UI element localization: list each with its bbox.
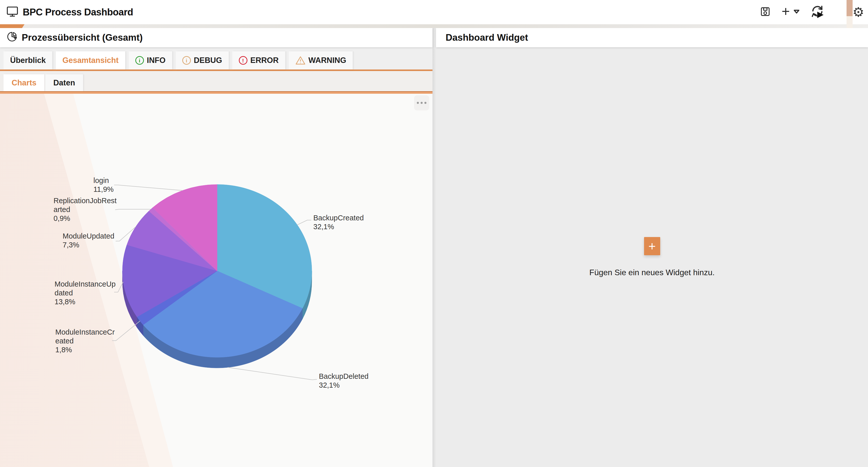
add-dropdown-caret[interactable]: [793, 9, 800, 15]
info-circle-icon: i: [182, 56, 191, 65]
sync-run-icon: [810, 5, 825, 19]
right-panel-header: Dashboard Widget: [436, 28, 868, 47]
caret-down-icon: [793, 9, 800, 15]
tab-debug[interactable]: i DEBUG: [176, 51, 229, 69]
tab-label: ERROR: [250, 56, 279, 65]
dashboard-widget-panel: Dashboard Widget + Fügen Sie ein neues W…: [436, 28, 868, 467]
subtab-charts[interactable]: Charts: [3, 74, 44, 91]
tab-error[interactable]: ! ERROR: [232, 51, 285, 69]
strip-accent: [0, 24, 25, 28]
pie-slice-label-ModuleUpdated: ModuleUpdated 7,3%: [63, 232, 114, 250]
subtab-underline: [0, 91, 433, 94]
pie-slice-label-ReplicationJobRestarted: ReplicationJobRest arted 0,9%: [54, 196, 117, 223]
app-title: BPC Process Dashboard: [23, 7, 133, 18]
save-button[interactable]: [760, 6, 771, 18]
panel-splitter[interactable]: [433, 28, 436, 467]
monitor-icon: [6, 6, 18, 18]
view-subtabbar: Charts Daten: [0, 71, 433, 91]
warning-triangle-icon: [296, 56, 306, 65]
info-circle-icon: i: [135, 56, 144, 65]
tab-label: INFO: [147, 56, 166, 65]
pie-label-line: [115, 209, 151, 210]
tab-label: Überblick: [10, 56, 46, 65]
pie-label-line: [228, 368, 317, 380]
error-circle-icon: !: [239, 56, 247, 65]
widget-empty-state: + Fügen Sie ein neues Widget hinzu.: [436, 47, 868, 467]
top-strip: [0, 24, 868, 28]
subtab-label: Daten: [53, 78, 75, 87]
tab-warning[interactable]: WARNING: [289, 51, 353, 69]
vertical-scrollbar[interactable]: [846, 0, 852, 28]
pie-chart-icon: [6, 31, 18, 45]
subtab-label: Charts: [11, 78, 36, 87]
pie-slice-label-BackupCreated: BackupCreated 32,1%: [313, 213, 364, 231]
scrollbar-thumb[interactable]: [846, 0, 852, 16]
add-widget-hint: Fügen Sie ein neues Widget hinzu.: [589, 268, 714, 277]
pie-slice-label-ModuleInstanceCreated: ModuleInstanceCr eated 1,8%: [55, 328, 115, 354]
save-icon: [760, 6, 771, 18]
tab-label: WARNING: [309, 56, 346, 65]
tab-label: DEBUG: [194, 56, 222, 65]
tab-info[interactable]: i INFO: [129, 51, 172, 69]
process-overview-panel: Prozessübersicht (Gesamt) Überblick Gesa…: [0, 28, 433, 467]
pie-label-line: [297, 220, 311, 225]
main-area: Prozessübersicht (Gesamt) Überblick Gesa…: [0, 28, 868, 467]
pie-slice-label-BackupDeleted: BackupDeleted 32,1%: [319, 372, 369, 390]
left-panel-header: Prozessübersicht (Gesamt): [0, 28, 433, 47]
settings-icon: ⚙: [852, 5, 864, 19]
app-window: BPC Process Dashboard +: [0, 0, 868, 467]
left-panel-title: Prozessübersicht (Gesamt): [22, 32, 143, 43]
add-button[interactable]: +: [782, 6, 790, 19]
pie-slice-label-login: login 11,9%: [93, 176, 114, 194]
settings-button[interactable]: ⚙: [852, 5, 864, 19]
add-widget-button[interactable]: +: [644, 237, 660, 255]
level-tabbar: Überblick Gesamtansicht i INFO i DEBUG !…: [0, 47, 433, 71]
sync-run-button[interactable]: [810, 5, 825, 19]
tab-label: Gesamtansicht: [62, 56, 118, 65]
pie-slice-label-ModuleInstanceUpdated: ModuleInstanceUp dated 13,8%: [55, 280, 116, 306]
pie-label-line: [114, 185, 183, 191]
add-icon: +: [782, 4, 790, 19]
chart-area: BackupCreated 32,1%BackupDeleted 32,1%Mo…: [0, 94, 433, 467]
tab-gesamtansicht[interactable]: Gesamtansicht: [56, 51, 125, 69]
subtab-daten[interactable]: Daten: [45, 74, 83, 91]
tab-ueberblick[interactable]: Überblick: [3, 51, 52, 69]
titlebar: BPC Process Dashboard +: [0, 0, 868, 24]
right-panel-title: Dashboard Widget: [445, 32, 528, 43]
pie-chart[interactable]: [0, 94, 433, 464]
